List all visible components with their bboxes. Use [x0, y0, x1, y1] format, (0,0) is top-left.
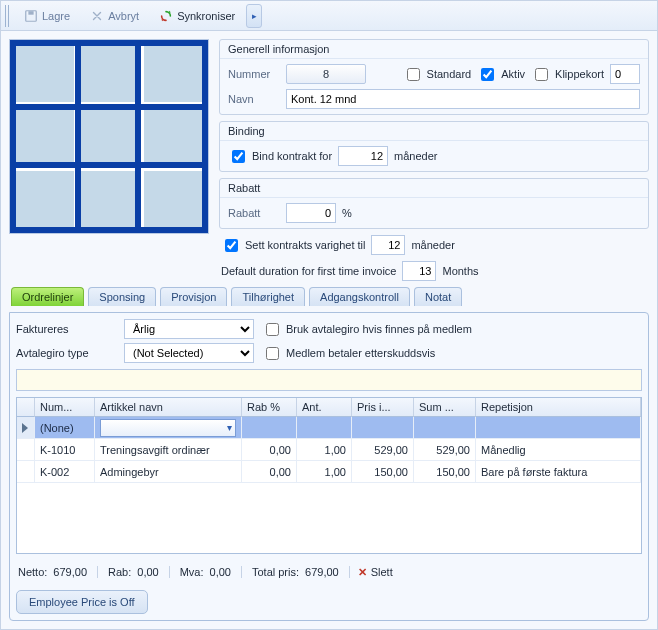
- clipcard-field[interactable]: Klippekort: [531, 65, 604, 84]
- cell-qty[interactable]: 1,00: [297, 461, 352, 483]
- standard-checkbox[interactable]: Standard: [403, 65, 472, 84]
- new-row-price[interactable]: [352, 417, 414, 439]
- cell-sum[interactable]: 529,00: [414, 439, 476, 461]
- name-input[interactable]: [286, 89, 640, 109]
- avtalegiro-type-label: Avtalegiro type: [16, 347, 116, 359]
- row-indicator-icon: [17, 417, 35, 439]
- totals-bar: Netto: 679,00 Rab: 0,00 Mva: 0,00 Total …: [16, 560, 642, 584]
- cell-num[interactable]: K-1010: [35, 439, 95, 461]
- active-checkbox[interactable]: Aktiv: [477, 65, 525, 84]
- new-row-name-dropdown[interactable]: [100, 419, 236, 437]
- set-duration-unit: måneder: [411, 239, 454, 251]
- save-button[interactable]: Lagre: [15, 4, 79, 28]
- clipcard-value[interactable]: [610, 64, 640, 84]
- col-discount[interactable]: Rab %: [242, 398, 297, 417]
- default-duration-label: Default duration for first time invoice: [221, 265, 396, 277]
- bind-months-input[interactable]: [338, 146, 388, 166]
- col-qty[interactable]: Ant.: [297, 398, 352, 417]
- col-num[interactable]: Num...: [35, 398, 95, 417]
- cell-price[interactable]: 529,00: [352, 439, 414, 461]
- default-duration-input[interactable]: [402, 261, 436, 281]
- new-row-num[interactable]: (None): [35, 417, 95, 439]
- net-value: 679,00: [53, 566, 87, 578]
- svg-rect-1: [28, 11, 33, 15]
- discount-unit: %: [342, 207, 352, 219]
- member-pays-arrears-checkbox[interactable]: Medlem betaler etterskuddsvis: [262, 344, 642, 363]
- cell-sum[interactable]: 150,00: [414, 461, 476, 483]
- clipcard-checkbox-input[interactable]: [535, 68, 548, 81]
- set-duration-checkbox[interactable]: Sett kontrakts varighet til: [221, 236, 365, 255]
- number-label: Nummer: [228, 68, 280, 80]
- col-sum[interactable]: Sum ...: [414, 398, 476, 417]
- new-row-sum[interactable]: [414, 417, 476, 439]
- discount-total-value: 0,00: [137, 566, 158, 578]
- total-value: 679,00: [305, 566, 339, 578]
- discount-input[interactable]: [286, 203, 336, 223]
- col-price[interactable]: Pris i...: [352, 398, 414, 417]
- cell-price[interactable]: 150,00: [352, 461, 414, 483]
- new-row-repeat[interactable]: [476, 417, 641, 439]
- active-checkbox-input[interactable]: [481, 68, 494, 81]
- name-label: Navn: [228, 93, 280, 105]
- tab-belonging[interactable]: Tilhørighet: [231, 287, 305, 306]
- tab-notes[interactable]: Notat: [414, 287, 462, 306]
- col-indicator[interactable]: [17, 398, 35, 417]
- app-window: Lagre Avbryt Synkroniser ▸: [0, 0, 658, 630]
- number-value[interactable]: 8: [286, 64, 366, 84]
- toolbar-grip[interactable]: [5, 5, 11, 27]
- grid-body: (None) K-1010Treningsavgift ordinær0,001…: [17, 417, 641, 553]
- new-row-qty[interactable]: [297, 417, 352, 439]
- table-row[interactable]: K-002Admingebyr0,001,00150,00150,00Bare …: [17, 461, 641, 483]
- use-avtalegiro-checkbox[interactable]: Bruk avtalegiro hvis finnes på medlem: [262, 320, 642, 339]
- member-pays-arrears-checkbox-input[interactable]: [266, 347, 279, 360]
- sync-dropdown-toggle[interactable]: ▸: [246, 4, 262, 28]
- save-label: Lagre: [42, 10, 70, 22]
- delete-button[interactable]: ✕ Slett: [350, 564, 401, 581]
- delete-icon: ✕: [358, 566, 367, 579]
- cancel-icon: [90, 9, 104, 23]
- discount-label: Rabatt: [228, 207, 280, 219]
- sync-button[interactable]: Synkroniser: [150, 4, 244, 28]
- standard-checkbox-input[interactable]: [407, 68, 420, 81]
- col-repeat[interactable]: Repetisjon: [476, 398, 641, 417]
- standard-label: Standard: [427, 68, 472, 80]
- cell-name[interactable]: Treningsavgift ordinær: [95, 439, 242, 461]
- vat-label: Mva:: [180, 566, 204, 578]
- cell-discount[interactable]: 0,00: [242, 439, 297, 461]
- grid-search[interactable]: [16, 369, 642, 391]
- binding-title: Binding: [220, 122, 648, 141]
- invoiced-select[interactable]: Årlig: [124, 319, 254, 339]
- binding-group: Binding Bind kontrakt for måneder: [219, 121, 649, 172]
- bind-unit: måneder: [394, 150, 437, 162]
- employee-price-toggle[interactable]: Employee Price is Off: [16, 590, 148, 614]
- cell-repeat[interactable]: Bare på første faktura: [476, 461, 641, 483]
- table-row[interactable]: K-1010Treningsavgift ordinær0,001,00529,…: [17, 439, 641, 461]
- cancel-button[interactable]: Avbryt: [81, 4, 148, 28]
- new-row-discount[interactable]: [242, 417, 297, 439]
- tab-provision[interactable]: Provisjon: [160, 287, 227, 306]
- bind-checkbox[interactable]: Bind kontrakt for: [228, 147, 332, 166]
- tab-order-lines[interactable]: Ordrelinjer: [11, 287, 84, 306]
- discount-total-label: Rab:: [108, 566, 131, 578]
- total-label: Total pris:: [252, 566, 299, 578]
- grid-new-row[interactable]: (None): [17, 417, 641, 439]
- set-duration-checkbox-input[interactable]: [225, 239, 238, 252]
- cell-name[interactable]: Admingebyr: [95, 461, 242, 483]
- set-duration-input[interactable]: [371, 235, 405, 255]
- filter-row: Faktureres Årlig Bruk avtalegiro hvis fi…: [16, 319, 642, 363]
- avtalegiro-type-select[interactable]: (Not Selected): [124, 343, 254, 363]
- tab-sponsing[interactable]: Sponsing: [88, 287, 156, 306]
- vat-value: 0,00: [210, 566, 231, 578]
- cell-discount[interactable]: 0,00: [242, 461, 297, 483]
- cell-num[interactable]: K-002: [35, 461, 95, 483]
- col-name[interactable]: Artikkel navn: [95, 398, 242, 417]
- cell-repeat[interactable]: Månedlig: [476, 439, 641, 461]
- toolbar: Lagre Avbryt Synkroniser ▸: [1, 1, 657, 31]
- new-row-name-cell[interactable]: [95, 417, 242, 439]
- cell-qty[interactable]: 1,00: [297, 439, 352, 461]
- tab-access[interactable]: Adgangskontroll: [309, 287, 410, 306]
- grid-search-input[interactable]: [17, 370, 641, 390]
- use-avtalegiro-checkbox-input[interactable]: [266, 323, 279, 336]
- grid-header: Num... Artikkel navn Rab % Ant. Pris i..…: [17, 398, 641, 417]
- bind-checkbox-input[interactable]: [232, 150, 245, 163]
